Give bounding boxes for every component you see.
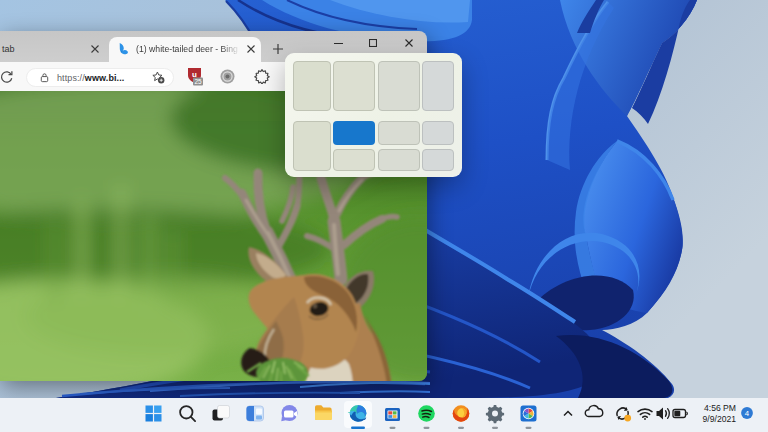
svg-text:9/9/2021: 9/9/2021 — [703, 414, 737, 424]
svg-text:25: 25 — [194, 78, 202, 85]
svg-text:4: 4 — [745, 409, 750, 418]
svg-text:4:56 PM: 4:56 PM — [704, 403, 736, 413]
